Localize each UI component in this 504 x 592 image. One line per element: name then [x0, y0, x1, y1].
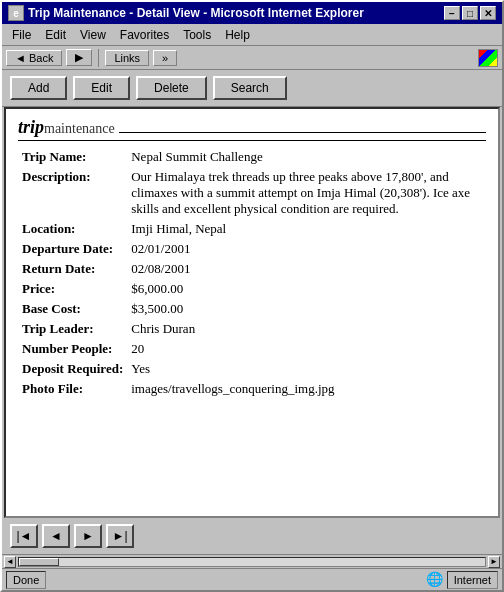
- menu-bar: File Edit View Favorites Tools Help: [2, 24, 502, 46]
- record-nav-bar: |◄ ◄ ► ►|: [2, 518, 502, 554]
- field-value: 02/01/2001: [127, 239, 486, 259]
- field-label: Description:: [18, 167, 127, 219]
- field-label: Departure Date:: [18, 239, 127, 259]
- next-record-button[interactable]: ►: [74, 524, 102, 548]
- field-value: $6,000.00: [127, 279, 486, 299]
- field-value: 20: [127, 339, 486, 359]
- scroll-right-arrow[interactable]: ►: [488, 556, 500, 568]
- links-button[interactable]: Links: [105, 50, 149, 66]
- horizontal-scrollbar[interactable]: ◄ ►: [2, 554, 502, 568]
- field-label: Number People:: [18, 339, 127, 359]
- field-label: Photo File:: [18, 379, 127, 399]
- main-window: e Trip Maintenance - Detail View - Micro…: [0, 0, 504, 592]
- menu-favorites[interactable]: Favorites: [114, 26, 175, 44]
- title-bar-buttons[interactable]: − □ ✕: [444, 6, 496, 20]
- first-record-button[interactable]: |◄: [10, 524, 38, 548]
- field-value: images/travellogs_conquering_img.jpg: [127, 379, 486, 399]
- table-row: Location:Imji Himal, Nepal: [18, 219, 486, 239]
- edit-button[interactable]: Edit: [73, 76, 130, 100]
- table-row: Return Date:02/08/2001: [18, 259, 486, 279]
- table-row: Departure Date:02/01/2001: [18, 239, 486, 259]
- field-label: Deposit Required:: [18, 359, 127, 379]
- ie-toolbar: ◄ Back ▶ Links »: [2, 46, 502, 70]
- maximize-button[interactable]: □: [462, 6, 478, 20]
- add-button[interactable]: Add: [10, 76, 67, 100]
- menu-tools[interactable]: Tools: [177, 26, 217, 44]
- internet-icon: 🌐: [426, 571, 443, 588]
- search-button[interactable]: Search: [213, 76, 287, 100]
- field-label: Location:: [18, 219, 127, 239]
- field-value: Yes: [127, 359, 486, 379]
- delete-button[interactable]: Delete: [136, 76, 207, 100]
- menu-file[interactable]: File: [6, 26, 37, 44]
- field-label: Price:: [18, 279, 127, 299]
- windows-logo: [478, 49, 498, 67]
- scroll-track[interactable]: [18, 557, 486, 567]
- page-title: tripmaintenance: [18, 117, 486, 141]
- table-row: Description:Our Himalaya trek threads up…: [18, 167, 486, 219]
- prev-record-button[interactable]: ◄: [42, 524, 70, 548]
- field-value: Our Himalaya trek threads up three peaks…: [127, 167, 486, 219]
- table-row: Trip Leader:Chris Duran: [18, 319, 486, 339]
- menu-help[interactable]: Help: [219, 26, 256, 44]
- status-bar: Done 🌐 Internet: [2, 568, 502, 590]
- table-row: Price:$6,000.00: [18, 279, 486, 299]
- app-icon: e: [8, 5, 24, 21]
- scroll-thumb[interactable]: [19, 558, 59, 566]
- table-row: Base Cost:$3,500.00: [18, 299, 486, 319]
- field-value: Imji Himal, Nepal: [127, 219, 486, 239]
- table-row: Photo File:images/travellogs_conquering_…: [18, 379, 486, 399]
- menu-edit[interactable]: Edit: [39, 26, 72, 44]
- field-label: Trip Leader:: [18, 319, 127, 339]
- field-label: Return Date:: [18, 259, 127, 279]
- field-value: $3,500.00: [127, 299, 486, 319]
- last-record-button[interactable]: ►|: [106, 524, 134, 548]
- back-button[interactable]: ◄ Back: [6, 50, 62, 66]
- action-button-bar: Add Edit Delete Search: [2, 70, 502, 107]
- scroll-left-arrow[interactable]: ◄: [4, 556, 16, 568]
- table-row: Number People:20: [18, 339, 486, 359]
- field-value: Chris Duran: [127, 319, 486, 339]
- table-row: Deposit Required:Yes: [18, 359, 486, 379]
- links-dropdown[interactable]: »: [153, 50, 177, 66]
- minimize-button[interactable]: −: [444, 6, 460, 20]
- field-value: 02/08/2001: [127, 259, 486, 279]
- detail-table: Trip Name:Nepal Summit ChallengeDescript…: [18, 147, 486, 399]
- toolbar-separator: [98, 49, 99, 67]
- field-label: Base Cost:: [18, 299, 127, 319]
- status-done: Done: [6, 571, 46, 589]
- field-value: Nepal Summit Challenge: [127, 147, 486, 167]
- page-title-bold: trip: [18, 117, 44, 138]
- page-title-rest: maintenance: [44, 121, 115, 137]
- menu-view[interactable]: View: [74, 26, 112, 44]
- table-row: Trip Name:Nepal Summit Challenge: [18, 147, 486, 167]
- window-title: Trip Maintenance - Detail View - Microso…: [28, 6, 364, 20]
- field-label: Trip Name:: [18, 147, 127, 167]
- title-bar: e Trip Maintenance - Detail View - Micro…: [2, 2, 502, 24]
- close-button[interactable]: ✕: [480, 6, 496, 20]
- content-area: tripmaintenance Trip Name:Nepal Summit C…: [4, 107, 500, 518]
- status-internet: Internet: [447, 571, 498, 589]
- forward-button[interactable]: ▶: [66, 49, 92, 66]
